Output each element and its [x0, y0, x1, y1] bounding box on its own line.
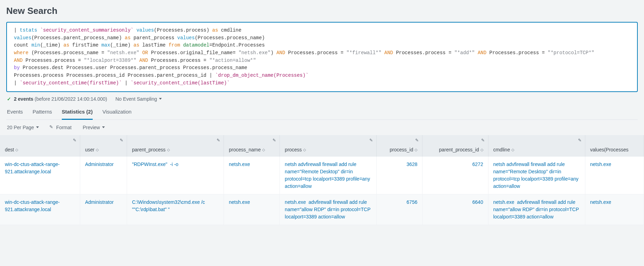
pencil-icon[interactable]: ✎: [481, 138, 485, 143]
sort-icon[interactable]: ◇: [303, 148, 306, 152]
column-header-process_name[interactable]: ✎process_name◇: [224, 135, 280, 157]
column-header-values_process[interactable]: values(Processes: [585, 135, 644, 157]
chevron-down-icon: [36, 126, 39, 128]
pencil-icon: [50, 125, 54, 130]
check-icon: ✓: [7, 96, 11, 102]
sort-icon[interactable]: ◇: [96, 148, 99, 152]
sort-icon[interactable]: ◇: [511, 148, 514, 152]
pencil-icon[interactable]: ✎: [578, 138, 582, 143]
search-input[interactable]: | tstats `security_content_summariesonly…: [6, 22, 638, 92]
event-sampling-dropdown[interactable]: No Event Sampling: [115, 96, 162, 102]
result-tabs: Events Patterns Statistics (2) Visualiza…: [6, 105, 638, 120]
cell-user[interactable]: Administrator: [80, 157, 127, 194]
sort-icon[interactable]: ◇: [480, 148, 483, 152]
tab-visualization[interactable]: Visualization: [102, 105, 132, 119]
cell-values_process[interactable]: netsh.exe: [585, 157, 644, 194]
page-title: New Search: [6, 6, 638, 16]
cell-cmdline[interactable]: netsh advfirewall firewall add rule name…: [488, 157, 585, 194]
cell-dest[interactable]: win-dc-ctus-attack-range-921.attackrange…: [0, 194, 80, 225]
cell-process_id[interactable]: 3628: [377, 157, 423, 194]
status-bar: ✓ 2 events (before 21/06/2022 14:00:14.0…: [6, 92, 638, 105]
results-toolbar: 20 Per Page Format Preview: [6, 120, 638, 135]
table-row: win-dc-ctus-attack-range-921.attackrange…: [0, 194, 644, 225]
chevron-down-icon: [159, 98, 162, 100]
pencil-icon[interactable]: ✎: [73, 138, 76, 143]
format-button[interactable]: Format: [50, 125, 72, 130]
per-page-dropdown[interactable]: 20 Per Page: [7, 125, 39, 130]
table-row: win-dc-ctus-attack-range-921.attackrange…: [0, 157, 644, 194]
sort-icon[interactable]: ◇: [262, 148, 265, 152]
column-header-parent_process[interactable]: ✎parent_process◇: [127, 135, 224, 157]
column-header-parent_process_id[interactable]: ✎parent_process_id◇: [423, 135, 488, 157]
cell-process[interactable]: netsh advfirewall firewall add rule name…: [280, 157, 377, 194]
tab-patterns[interactable]: Patterns: [33, 105, 52, 119]
pencil-icon[interactable]: ✎: [120, 138, 123, 143]
column-header-process[interactable]: ✎process◇: [280, 135, 377, 157]
tab-statistics[interactable]: Statistics (2): [62, 105, 93, 120]
cell-parent_process_id[interactable]: 6640: [423, 194, 488, 225]
results-table: ✎dest◇✎user◇✎parent_process◇✎process_nam…: [0, 135, 644, 225]
cell-values_process[interactable]: netsh.exe: [585, 194, 644, 225]
column-header-process_id[interactable]: ✎process_id◇: [377, 135, 423, 157]
preview-dropdown[interactable]: Preview: [83, 125, 105, 130]
chevron-down-icon: [102, 126, 105, 128]
column-header-user[interactable]: ✎user◇: [80, 135, 127, 157]
pencil-icon[interactable]: ✎: [369, 138, 373, 143]
pencil-icon[interactable]: ✎: [273, 138, 276, 143]
column-header-dest[interactable]: ✎dest◇: [0, 135, 80, 157]
cell-dest[interactable]: win-dc-ctus-attack-range-921.attackrange…: [0, 157, 80, 194]
cell-parent_process[interactable]: C:\Windows\system32\cmd.exe /c ""C:\rdp\…: [127, 194, 224, 225]
job-status: ✓ 2 events (before 21/06/2022 14:00:14.0…: [7, 96, 107, 102]
cell-process_name[interactable]: netsh.exe: [224, 157, 280, 194]
cell-parent_process_id[interactable]: 6272: [423, 157, 488, 194]
tab-events[interactable]: Events: [7, 105, 23, 119]
cell-process_id[interactable]: 6756: [377, 194, 423, 225]
cell-process_name[interactable]: netsh.exe: [224, 194, 280, 225]
pencil-icon[interactable]: ✎: [415, 138, 419, 143]
sort-icon[interactable]: ◇: [415, 148, 417, 152]
cell-process[interactable]: netsh.exe advfirewall firewall add rule …: [280, 194, 377, 225]
cell-parent_process[interactable]: "RDPWInst.exe" -i -o: [127, 157, 224, 194]
pencil-icon[interactable]: ✎: [217, 138, 220, 143]
results-table-wrap: ✎dest◇✎user◇✎parent_process◇✎process_nam…: [0, 135, 644, 225]
cell-cmdline[interactable]: netsh.exe advfirewall firewall add rule …: [488, 194, 585, 225]
sort-icon[interactable]: ◇: [167, 148, 170, 152]
cell-user[interactable]: Administrator: [80, 194, 127, 225]
sort-icon[interactable]: ◇: [15, 148, 18, 152]
column-header-cmdline[interactable]: ✎cmdline◇: [488, 135, 585, 157]
